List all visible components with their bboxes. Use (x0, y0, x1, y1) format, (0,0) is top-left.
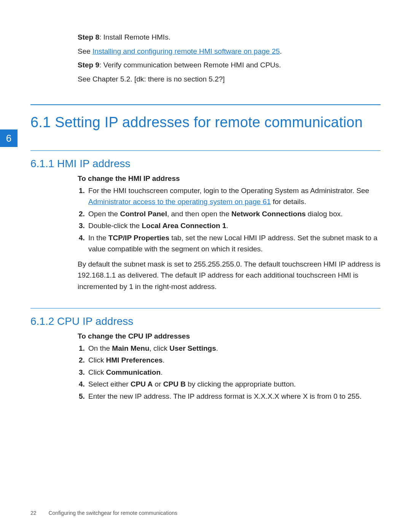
hmi-step-1: For the HMI touchscreen computer, login … (87, 185, 381, 208)
proc-title-hmi: To change the HMI IP address (78, 174, 381, 183)
step-8: Step 8: Install Remote HMIs. (78, 32, 381, 43)
page: 6 Step 8: Install Remote HMIs. See Insta… (0, 0, 411, 532)
proc-list-cpu: On the Main Menu, click User Settings. C… (78, 343, 381, 402)
link-installing-remote-hmi[interactable]: Installing and configuring remote HMI so… (92, 47, 280, 55)
link-admin-access[interactable]: Administrator access to the operating sy… (88, 198, 271, 206)
step-9-text: : Verify communication between Remote HM… (99, 61, 281, 69)
rule-before-6-1 (30, 104, 381, 105)
sub1-content: To change the HMI IP address For the HMI… (78, 174, 381, 292)
heading-6-1-2: 6.1.2 CPU IP address (30, 315, 381, 328)
sub2-block: 6.1.2 CPU IP address (30, 308, 381, 328)
cpu-step-4: Select either CPU A or CPU B by clicking… (87, 379, 381, 390)
page-number: 22 (30, 510, 37, 516)
intro-block: Step 8: Install Remote HMIs. See Install… (78, 32, 381, 85)
step-9: Step 9: Verify communication between Rem… (78, 60, 381, 71)
hmi-note: By default the subnet mask is set to 255… (30, 259, 381, 292)
rule-before-6-1-2 (30, 308, 381, 308)
cpu-step-3: Click Communication. (87, 367, 381, 378)
heading-6-1-1: 6.1.1 HMI IP address (30, 158, 381, 170)
rule-before-6-1-1 (30, 150, 381, 151)
see-1-prefix: See (78, 47, 92, 55)
see-note-2: See Chapter 5.2. [dk: there is no sectio… (78, 74, 381, 85)
footer-text: Configuring the switchgear for remote co… (48, 510, 177, 516)
hmi-step-3: Double-click the Local Area Connection 1… (87, 220, 381, 231)
section-block: 6.1 Setting IP addresses for remote comm… (30, 104, 381, 170)
heading-6-1: 6.1 Setting IP addresses for remote comm… (30, 114, 381, 131)
cpu-step-2: Click HMI Preferences. (87, 355, 381, 366)
cpu-step-1: On the Main Menu, click User Settings. (87, 343, 381, 354)
cpu-step-5: Enter the new IP address. The IP address… (87, 391, 381, 402)
step-8-label: Step 8 (78, 33, 99, 41)
step-9-label: Step 9 (78, 61, 99, 69)
sub2-content: To change the CPU IP addresses On the Ma… (78, 332, 381, 402)
see-2-text: See Chapter 5.2. [dk: there is no sectio… (78, 75, 225, 83)
hmi-step-4: In the TCP/IP Properties tab, set the ne… (87, 232, 381, 255)
see-1-suffix: . (280, 47, 282, 55)
hmi-step-2: Open the Control Panel, and then open th… (87, 208, 381, 219)
proc-list-hmi: For the HMI touchscreen computer, login … (78, 185, 381, 255)
chapter-tab: 6 (0, 129, 18, 147)
footer: 22 Configuring the switchgear for remote… (30, 510, 177, 516)
see-link-1: See Installing and configuring remote HM… (78, 46, 381, 57)
proc-title-cpu: To change the CPU IP addresses (78, 332, 381, 340)
step-8-text: : Install Remote HMIs. (99, 33, 170, 41)
